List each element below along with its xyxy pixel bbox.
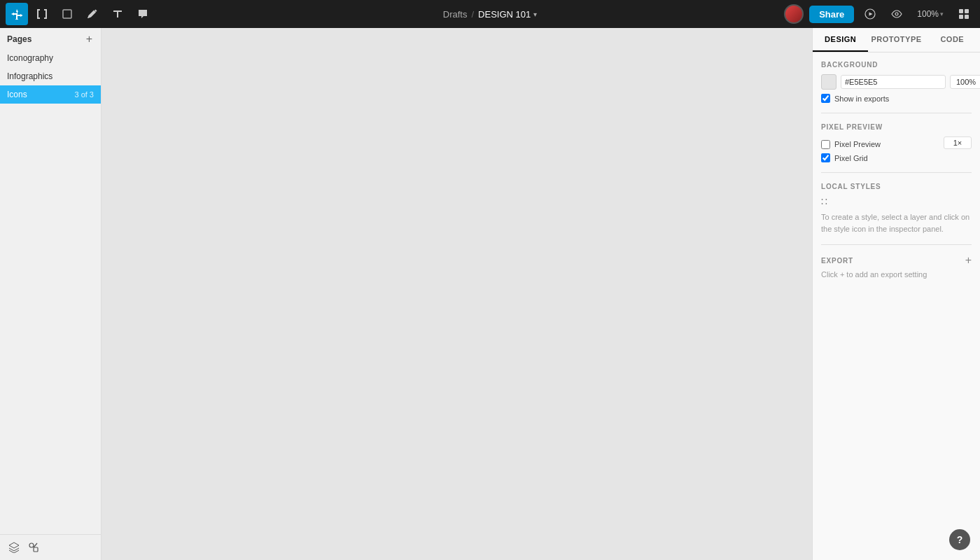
pixel-preview-section-title: PIXEL PREVIEW [821,123,972,131]
preview-button[interactable] [886,4,907,24]
svg-rect-4 [37,18,40,19]
toolbar: Drafts / DESIGN 101 ▾ Share 100% ▾ [0,0,980,28]
pixel-preview-checkbox-row: Pixel Preview [821,140,881,149]
show-exports-label: Show in exports [834,94,889,103]
add-export-button[interactable]: + [965,255,972,266]
svg-rect-6 [63,10,71,18]
pixel-preview-label: Pixel Preview [834,140,881,148]
breadcrumb-chevron-icon: ▾ [533,10,537,18]
breadcrumb: Drafts / DESIGN 101 ▾ [443,9,537,20]
svg-point-13 [29,543,34,547]
text-tool-button[interactable] [106,3,129,25]
svg-point-8 [895,13,898,15]
pixel-preview-checkbox[interactable] [821,140,830,149]
breadcrumb-area: Drafts / DESIGN 101 ▾ [443,9,537,20]
left-panel: Pages + Iconography Infographics Icons 3… [0,28,102,560]
pixel-grid-label: Pixel Grid [834,154,868,162]
svg-rect-9 [959,9,963,13]
canvas-area[interactable] [102,28,812,560]
svg-rect-14 [34,547,38,552]
local-styles-dots: ∷ [821,196,972,207]
pen-tool-button[interactable] [81,3,104,25]
svg-rect-5 [44,18,47,19]
svg-rect-3 [46,9,47,19]
export-hint: Click + to add an export setting [821,270,972,279]
color-swatch[interactable] [821,74,836,90]
show-in-exports-row: Show in exports [821,94,972,103]
svg-rect-11 [959,15,963,19]
move-tool-button[interactable] [6,3,28,25]
divider-3 [821,244,972,245]
pixel-grid-checkbox[interactable] [821,153,830,162]
left-panel-footer [0,534,101,560]
tab-code[interactable]: CODE [925,28,980,52]
local-styles-hint: To create a style, select a layer and cl… [821,211,972,234]
add-page-button[interactable]: + [85,34,94,45]
tab-prototype[interactable]: PROTOTYPE [868,28,924,52]
panel-content: BACKGROUND Show in exports PIXEL PREVIEW [813,52,980,560]
page-item-infographics[interactable]: Infographics [0,67,101,85]
frame-tool-button[interactable] [31,3,53,25]
grid-layout-button[interactable] [953,4,974,24]
svg-rect-12 [965,15,969,19]
divider-2 [821,172,972,173]
breadcrumb-drafts[interactable]: Drafts [443,9,468,20]
page-count: 3 of 3 [74,90,94,99]
zoom-chevron-icon: ▾ [940,10,944,18]
pages-title: Pages [7,34,31,44]
tab-design[interactable]: DESIGN [813,28,868,52]
show-exports-checkbox[interactable] [821,94,830,103]
opacity-input[interactable] [950,75,980,89]
divider-1 [821,113,972,113]
layers-icon[interactable] [7,540,21,554]
right-panel: DESIGN PROTOTYPE CODE BACKGROUND Show in… [812,28,980,560]
toolbar-left [6,3,154,25]
main-body: Pages + Iconography Infographics Icons 3… [0,28,980,560]
local-styles-section-title: LOCAL STYLES [821,183,972,190]
color-hex-input[interactable] [841,75,946,89]
svg-rect-10 [965,9,969,13]
pixel-grid-row: Pixel Grid [821,153,972,162]
background-color-row [821,74,972,90]
pages-header: Pages + [0,28,101,49]
page-item-iconography[interactable]: Iconography [0,49,101,67]
help-label: ? [957,534,963,545]
panel-tabs: DESIGN PROTOTYPE CODE [813,28,980,52]
share-button[interactable]: Share [809,6,854,23]
export-section-header: EXPORT + [821,255,972,266]
pixel-preview-row: Pixel Preview [821,136,972,149]
play-button[interactable] [860,4,881,24]
svg-rect-1 [37,9,38,19]
shape-tool-button[interactable] [56,3,78,25]
pixel-scale-input[interactable] [944,136,972,149]
comment-tool-button[interactable] [132,3,154,25]
zoom-value: 100% [917,9,939,19]
avatar[interactable] [784,4,804,24]
zoom-control[interactable]: 100% ▾ [913,6,948,22]
help-button[interactable]: ? [949,529,970,550]
background-section-title: BACKGROUND [821,61,972,69]
export-section-title: EXPORT [821,257,853,265]
toolbar-right: Share 100% ▾ [784,4,974,24]
breadcrumb-title[interactable]: DESIGN 101 ▾ [478,9,537,20]
breadcrumb-separator: / [471,9,474,20]
assets-icon[interactable] [27,540,41,554]
page-item-icons[interactable]: Icons 3 of 3 [0,85,101,104]
